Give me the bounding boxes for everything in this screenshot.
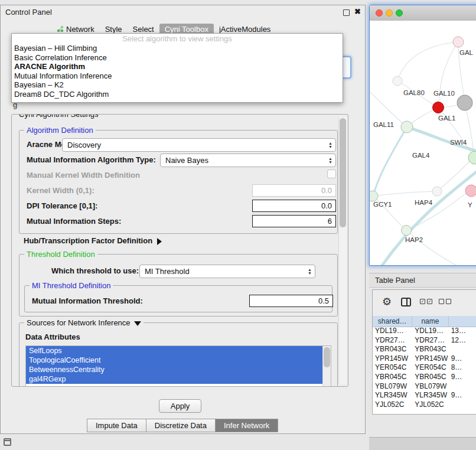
algorithm-option[interactable]: Dream8 DC_TDC Algorithm xyxy=(12,90,343,99)
algorithm-placeholder-option[interactable]: Select algorithm to view settings xyxy=(12,34,343,44)
group-title: Threshold Definition xyxy=(24,250,97,259)
expanded-arrow-icon[interactable] xyxy=(134,321,141,326)
node-label: HAP2 xyxy=(405,236,423,243)
deselect-all-checkboxes-icon[interactable] xyxy=(439,299,451,304)
table-row[interactable]: YJL052CYJL052C xyxy=(373,400,476,410)
dpi-tolerance-field[interactable]: 0.0 xyxy=(252,200,336,212)
column-header-name[interactable]: name xyxy=(412,316,448,327)
network-canvas[interactable]: GAL GAL80 GAL10 GAL1 GAL11 SWI4 GAL4 HAP… xyxy=(370,21,476,265)
attributes-scrollbar-thumb[interactable] xyxy=(324,347,330,367)
table-row[interactable]: YER054CYER054C8… xyxy=(373,363,476,373)
hub-definition-expander[interactable]: Hub/Transcription Factor Definition xyxy=(24,236,162,245)
cell: YBR043C xyxy=(373,345,412,354)
gear-icon[interactable]: ⚙ xyxy=(382,295,392,308)
settings-scrollbar-thumb[interactable] xyxy=(340,118,346,227)
mi-type-select[interactable]: Naive Bayes ▲▼ xyxy=(160,154,336,167)
node-green-left[interactable] xyxy=(370,191,378,201)
table-header: shared… name xyxy=(373,316,476,327)
tab-label: Cyni Toolbox xyxy=(165,25,208,34)
mi-threshold-field[interactable]: 0.5 xyxy=(249,295,333,307)
node-green-hap2[interactable] xyxy=(402,226,412,236)
tab-discretize-data[interactable]: Discretize Data xyxy=(146,419,216,432)
apply-button[interactable]: Apply xyxy=(159,399,201,413)
node-red[interactable] xyxy=(433,102,444,113)
cell: 9… xyxy=(449,391,476,400)
cell xyxy=(449,400,476,410)
cell: YBL079W xyxy=(412,382,448,392)
table-row[interactable]: YBL079WYBL079W xyxy=(373,382,476,392)
sources-title: Sources for Network Inference xyxy=(27,318,131,327)
select-all-checkboxes-icon[interactable]: ✓ ✓ xyxy=(420,299,432,304)
columns-icon[interactable] xyxy=(401,298,411,306)
settings-scrollbar[interactable] xyxy=(338,117,347,384)
node-pink-right[interactable] xyxy=(465,185,476,197)
cell: YPR145W xyxy=(373,354,412,364)
manual-kernel-checkbox[interactable] xyxy=(327,169,336,178)
tab-label: jActiveModules xyxy=(219,25,270,34)
close-icon[interactable]: ✖ xyxy=(354,7,361,16)
network-window-titlebar[interactable] xyxy=(370,5,476,21)
tab-infer-network[interactable]: Infer Network xyxy=(216,419,278,432)
column-header-shared-name[interactable]: shared… xyxy=(373,316,412,327)
table-row[interactable]: YPR145WYPR145W9… xyxy=(373,354,476,364)
node-green-right[interactable] xyxy=(468,151,476,164)
mi-steps-label: Mutual Information Steps: xyxy=(27,217,121,226)
cell: YBR045C xyxy=(373,373,412,382)
node-ghost[interactable] xyxy=(432,187,442,196)
node-label: HAP4 xyxy=(415,199,433,206)
network-tab-icon xyxy=(57,25,64,32)
attribute-item-selected[interactable]: BetweennessCentrality xyxy=(26,365,323,374)
cell: YER054C xyxy=(373,363,412,373)
zoom-traffic-light[interactable] xyxy=(396,9,403,17)
algorithm-option[interactable]: Bayesian – K2 xyxy=(12,80,343,90)
mi-threshold-group: MI Threshold Definition Mutual Informati… xyxy=(24,285,332,312)
sources-expander[interactable]: Sources for Network Inference xyxy=(24,318,144,327)
column-header-extra[interactable] xyxy=(449,316,476,327)
mi-steps-field[interactable]: 6 xyxy=(252,215,336,227)
which-threshold-value: MI Threshold xyxy=(145,267,190,276)
aracne-mode-select[interactable]: Discovery ▲▼ xyxy=(62,138,336,152)
node-green-gal11[interactable] xyxy=(401,121,413,133)
aracne-mode-value: Discovery xyxy=(67,141,101,149)
control-panel-titlebar: Control Panel ✖ xyxy=(1,5,365,19)
attribute-item-selected[interactable]: TopologicalCoefficient xyxy=(26,356,323,365)
table-row[interactable]: YLR345WYLR345W9… xyxy=(373,391,476,400)
node-light-pink[interactable] xyxy=(453,37,464,47)
algorithm-dropdown-popup: Select algorithm to view settings Bayesi… xyxy=(11,33,343,103)
attribute-item-selected[interactable]: gal4RGexp xyxy=(26,374,323,384)
table-row[interactable]: YDL19…YDL19…13… xyxy=(373,327,476,336)
cell: 9… xyxy=(449,354,476,364)
stepper-arrows-icon: ▲▼ xyxy=(328,142,332,149)
algorithm-option[interactable]: Basic Correlation Inference xyxy=(12,53,343,63)
table-row[interactable]: YDR27…YDR27…12… xyxy=(373,336,476,345)
algorithm-option[interactable]: Bayesian – Hill Climbing xyxy=(12,44,343,53)
cell: YBL079W xyxy=(373,382,412,392)
attributes-scrollbar[interactable] xyxy=(322,346,331,386)
algorithm-option-selected[interactable]: ARACNE Algorithm xyxy=(12,62,343,71)
cell: YJL052C xyxy=(373,400,412,410)
node-label: GAL xyxy=(459,49,474,56)
collapsed-arrow-icon[interactable] xyxy=(157,238,162,245)
table-row[interactable]: YBR043CYBR043C xyxy=(373,345,476,354)
tab-label: Style xyxy=(105,25,122,34)
dpi-tolerance-value: 0.0 xyxy=(321,201,332,210)
mi-type-label: Mutual Information Algorithm Type: xyxy=(27,155,156,164)
which-threshold-select[interactable]: MI Threshold ▲▼ xyxy=(139,265,315,278)
tab-impute-data[interactable]: Impute Data xyxy=(87,419,146,432)
close-traffic-light[interactable] xyxy=(376,9,383,17)
node-label: GAL10 xyxy=(433,90,455,97)
kernel-width-field[interactable]: 0.0 xyxy=(252,184,336,197)
cell: YDL19… xyxy=(373,327,412,336)
cell: YPR145W xyxy=(412,354,448,364)
node-gray-large[interactable] xyxy=(457,95,472,110)
sources-group: Sources for Network Inference Data Attri… xyxy=(19,322,338,387)
float-window-icon[interactable] xyxy=(343,9,350,16)
algorithm-option[interactable]: Mutual Information Inference xyxy=(12,71,343,81)
node-label: GAL11 xyxy=(373,121,394,128)
node-ghost[interactable] xyxy=(393,76,402,86)
minimize-traffic-light[interactable] xyxy=(386,9,393,17)
table-row[interactable]: YBR045CYBR045C9… xyxy=(373,373,476,382)
node-label: GCY1 xyxy=(373,201,392,208)
attribute-item-selected[interactable]: SelfLoops xyxy=(26,346,323,356)
window-restore-icon[interactable] xyxy=(4,438,11,446)
